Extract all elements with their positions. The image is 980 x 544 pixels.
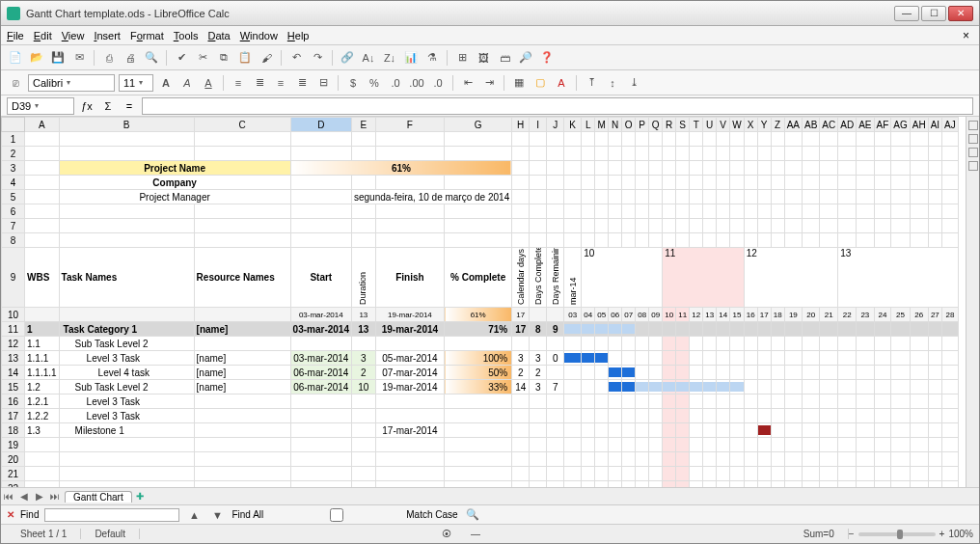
tab-prev-icon[interactable]: ◀ — [16, 491, 32, 502]
titlebar[interactable]: Gantt Chart template.ods - LibreOffice C… — [1, 1, 979, 26]
align-center-icon[interactable]: ≣ — [251, 74, 268, 92]
find-all-button[interactable]: Find All — [231, 509, 263, 520]
row-header[interactable]: 6 — [2, 204, 25, 219]
print-icon[interactable]: 🖨 — [122, 49, 139, 67]
col-header[interactable]: C — [194, 118, 290, 132]
tab-last-icon[interactable]: ⏭ — [47, 491, 63, 502]
font-name-combo[interactable]: Calibri — [28, 74, 115, 92]
col-header[interactable]: AJ — [942, 118, 959, 132]
row-header[interactable]: 7 — [2, 219, 25, 233]
zoom-in-icon[interactable]: + — [939, 529, 945, 539]
menu-view[interactable]: View — [62, 30, 85, 41]
percent-icon[interactable]: % — [366, 74, 383, 92]
sidebar-gallery-icon[interactable] — [968, 148, 978, 157]
sidebar-properties-icon[interactable] — [968, 121, 978, 130]
col-header[interactable]: Q — [649, 118, 663, 132]
col-header[interactable]: AG — [891, 118, 910, 132]
menu-file[interactable]: File — [7, 30, 24, 41]
col-header[interactable]: F — [375, 118, 444, 132]
col-header[interactable]: N — [609, 118, 622, 132]
col-header[interactable]: AH — [910, 118, 928, 132]
col-header[interactable]: AD — [838, 118, 857, 132]
sidebar-navigator-icon[interactable] — [968, 161, 978, 171]
spreadsheet-grid[interactable]: ABCDEFGHIJKLMNOPQRSTUVWXYZAAABACADAEAFAG… — [1, 117, 966, 487]
sum-indicator[interactable]: Sum=0 — [790, 529, 849, 539]
find-options-icon[interactable]: 🔍 — [464, 506, 481, 524]
col-header[interactable]: M — [595, 118, 609, 132]
datasources-icon[interactable]: 🗃 — [496, 49, 513, 67]
col-header[interactable]: D — [290, 118, 351, 132]
sort-desc-icon[interactable]: Z↓ — [381, 49, 398, 67]
number-icon[interactable]: .0 — [387, 74, 404, 92]
close-button[interactable]: ✕ — [948, 6, 973, 21]
sum-icon[interactable]: Σ — [99, 97, 117, 115]
col-header[interactable]: Y — [757, 118, 771, 132]
styles-icon[interactable]: ⎚ — [7, 74, 24, 92]
align-left-icon[interactable]: ≡ — [230, 74, 247, 92]
tab-next-icon[interactable]: ▶ — [32, 491, 47, 502]
match-case-checkbox[interactable]: Match Case — [269, 508, 457, 522]
col-header[interactable]: AI — [928, 118, 941, 132]
underline-icon[interactable]: A — [200, 74, 217, 92]
pdf-icon[interactable]: ⎙ — [100, 49, 118, 67]
add-decimal-icon[interactable]: .00 — [408, 74, 425, 92]
minimize-button[interactable]: — — [894, 6, 919, 21]
col-header[interactable]: G — [445, 118, 512, 132]
col-header[interactable]: L — [582, 118, 595, 132]
help-icon[interactable]: ❓ — [538, 49, 556, 67]
spellcheck-icon[interactable]: ✔ — [173, 49, 190, 67]
equals-icon[interactable]: = — [121, 97, 138, 115]
paintbrush-icon[interactable]: 🖌 — [258, 49, 275, 67]
col-header[interactable]: P — [636, 118, 649, 132]
copy-icon[interactable]: ⧉ — [215, 49, 232, 67]
email-icon[interactable]: ✉ — [70, 49, 88, 67]
col-header[interactable]: J — [547, 118, 564, 132]
new-icon[interactable]: 📄 — [7, 49, 24, 67]
find-next-icon[interactable]: ▼ — [208, 506, 226, 524]
italic-icon[interactable]: A — [178, 74, 196, 92]
sidebar-styles-icon[interactable] — [968, 134, 978, 144]
borders-icon[interactable]: ▦ — [510, 74, 528, 92]
open-icon[interactable]: 📂 — [28, 49, 45, 67]
close-document-button[interactable]: × — [959, 29, 973, 42]
align-top-icon[interactable]: ⤒ — [583, 74, 600, 92]
paste-icon[interactable]: 📋 — [236, 49, 254, 67]
cut-icon[interactable]: ✂ — [194, 49, 211, 67]
selection-mode[interactable]: — — [457, 529, 494, 539]
col-header[interactable]: V — [717, 118, 730, 132]
col-header[interactable]: S — [676, 118, 690, 132]
find-prev-icon[interactable]: ▲ — [185, 506, 203, 524]
maximize-button[interactable]: ☐ — [921, 6, 946, 21]
col-header[interactable]: X — [744, 118, 757, 132]
sidebar[interactable] — [966, 117, 979, 487]
col-header[interactable]: K — [564, 118, 582, 132]
chart-icon[interactable]: 📊 — [402, 49, 420, 67]
row-header[interactable]: 3 — [2, 161, 25, 176]
col-header[interactable]: O — [622, 118, 636, 132]
function-wizard-icon[interactable]: ƒx — [78, 97, 95, 115]
sheet-tab[interactable]: Gantt Chart — [65, 491, 132, 503]
close-find-icon[interactable]: ✕ — [7, 509, 14, 520]
menu-data[interactable]: Data — [207, 30, 230, 41]
col-header[interactable]: B — [59, 118, 194, 132]
gallery-icon[interactable]: 🖼 — [475, 49, 492, 67]
col-header[interactable]: E — [351, 118, 375, 132]
bold-icon[interactable]: A — [157, 74, 175, 92]
zoom-icon[interactable]: 🔎 — [517, 49, 534, 67]
col-header[interactable]: AA — [784, 118, 802, 132]
add-sheet-icon[interactable]: ✚ — [132, 491, 148, 502]
menu-help[interactable]: Help — [287, 30, 310, 41]
navigator-icon[interactable]: ⊞ — [453, 49, 471, 67]
col-header[interactable]: I — [530, 118, 547, 132]
bgcolor-icon[interactable]: ▢ — [531, 74, 549, 92]
menu-insert[interactable]: Insert — [94, 30, 121, 41]
zoom-level[interactable]: 100% — [948, 529, 973, 539]
name-box[interactable]: D39 — [7, 97, 74, 115]
align-bottom-icon[interactable]: ⤓ — [625, 74, 642, 92]
menu-edit[interactable]: Edit — [34, 30, 52, 41]
row-header[interactable]: 4 — [2, 176, 25, 190]
undo-icon[interactable]: ↶ — [287, 49, 305, 67]
row-header[interactable]: 2 — [2, 147, 25, 161]
col-header[interactable]: AF — [874, 118, 891, 132]
save-icon[interactable]: 💾 — [49, 49, 67, 67]
